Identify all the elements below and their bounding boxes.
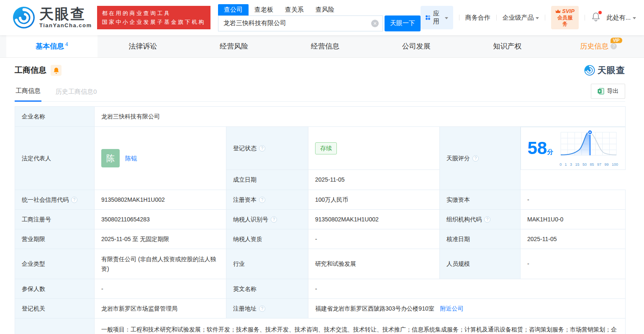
tab-history-info[interactable]: VIP 历史信息 ? [553, 35, 644, 57]
business-info-table: 企业名称 龙岩三快科技有限公司 法定代表人 陈 陈锟 登记状态? 存续 天眼评分… [15, 106, 626, 334]
tab-basic-info[interactable]: 基本信息 4 [6, 35, 97, 57]
notification-bell-button[interactable] [592, 12, 600, 23]
table-row: 企业类型 有限责任公司 (非自然人投资或控股的法人独资) 行业 研究和试验发展 … [15, 249, 626, 279]
export-button[interactable]: 导出 [591, 84, 625, 99]
brand-domain: TianYanCha.com [39, 22, 92, 28]
search-input[interactable] [218, 15, 383, 31]
tab-operating-risk[interactable]: 经营风险 [188, 35, 280, 57]
search-tab-relation[interactable]: 查关系 [279, 4, 310, 15]
table-row: 经营范围? 一般项目：工程和技术研究和试验发展；软件开发；技术服务、技术开发、技… [15, 319, 626, 334]
tianyancha-swirl-icon [584, 65, 595, 76]
search-tab-company[interactable]: 查公司 [218, 4, 249, 15]
tab-legal-proceedings-label: 法律诉讼 [129, 41, 157, 51]
insured-count-label: 参保人数 [15, 279, 95, 299]
reg-authority-value: 龙岩市新罗区市场监督管理局 [95, 299, 226, 319]
help-icon[interactable]: ? [259, 145, 265, 152]
subtab-business-info[interactable]: 工商信息 [15, 84, 41, 102]
score-unit: 分 [547, 148, 553, 155]
watermark-logo: 天眼查 [584, 64, 625, 76]
score-distribution-chart: 01 315 5085 9799 100 [559, 129, 618, 168]
nav-business-coop[interactable]: 商务合作 [465, 14, 490, 22]
search-tab-boss[interactable]: 查老板 [249, 4, 279, 15]
score-label-text: 天眼评分 [446, 155, 470, 162]
apps-label: 应用 [433, 10, 442, 26]
reg-capital-value: 100万人民币 [308, 190, 440, 210]
tab-operating-info[interactable]: 经营信息 [280, 35, 371, 57]
svip-label: SVIP [562, 8, 575, 15]
promo-line2: 国家中小企业发展子基金旗下机构 [102, 18, 206, 26]
reg-address-text: 福建省龙岩市新罗区西陂路303号办公楼910室 [315, 305, 434, 312]
company-name-label: 企业名称 [15, 107, 95, 127]
help-icon[interactable]: ? [71, 197, 77, 203]
nearby-companies-link[interactable]: 附近公司 [440, 305, 464, 312]
help-icon[interactable]: ? [259, 306, 265, 312]
help-icon[interactable]: ? [259, 197, 265, 203]
svip-member-button[interactable]: SVIP 会员服务 [551, 6, 579, 29]
tab-history-info-label: 历史信息 [580, 41, 608, 51]
help-icon[interactable]: ? [271, 216, 277, 223]
export-label: 导出 [607, 87, 619, 95]
tab-basic-info-label: 基本信息 [36, 41, 64, 51]
credit-code-label-text: 统一社会信用代码 [22, 196, 69, 203]
apps-button[interactable]: 应用 [421, 6, 453, 29]
user-menu[interactable]: 此处有... [607, 14, 636, 22]
tab-legal-proceedings[interactable]: 法律诉讼 [97, 35, 189, 57]
table-row: 营业期限 2025-11-05 至 无固定期限 纳税人资质 - 核准日期 202… [15, 229, 626, 249]
clear-icon[interactable]: ✕ [371, 20, 379, 27]
score-value: 58分 [521, 127, 626, 170]
staff-size-value: - [521, 249, 626, 279]
business-scope-value: 一般项目：工程和技术研究和试验发展；软件开发；技术服务、技术开发、技术咨询、技术… [95, 319, 626, 334]
subtab-history-business-info[interactable]: 历史工商信息0 [55, 85, 97, 101]
credit-code-label: 统一社会信用代码? [15, 190, 95, 210]
industry-value: 研究和试验发展 [308, 249, 440, 279]
org-code-value: MAK1H1U0-0 [521, 210, 626, 229]
reg-capital-label-text: 注册资本 [233, 196, 257, 203]
english-name-label: 英文名称 [226, 279, 308, 299]
status-badge: 存续 [315, 142, 337, 154]
industry-label: 行业 [226, 249, 308, 279]
nav-enterprise-products[interactable]: 企业级产品 [502, 14, 539, 22]
promo-badge: 都在用的商业查询工具 国家中小企业发展子基金旗下机构 [97, 6, 211, 30]
apps-grid-icon [426, 14, 430, 21]
excel-icon [598, 88, 604, 95]
tab-operating-risk-label: 经营风险 [220, 41, 248, 51]
company-tabbar: 基本信息 4 法律诉讼 经营风险 经营信息 公司发展 知识产权 VIP 历史信息… [0, 35, 644, 58]
table-row: 工商注册号 350802110654283 纳税人识别号? 91350802MA… [15, 210, 626, 229]
tab-intellectual-property-label: 知识产权 [493, 41, 521, 51]
avatar[interactable]: 陈 [101, 149, 120, 167]
monitor-bell-button[interactable] [51, 65, 62, 76]
taxpayer-id-label-text: 纳税人识别号 [233, 216, 268, 223]
business-scope-label: 经营范围? [15, 319, 95, 334]
english-name-value: - [308, 279, 626, 299]
establish-date-value: 2025-11-05 [308, 170, 440, 190]
reg-status-value: 存续 [308, 127, 440, 170]
section-title: 工商信息 [15, 65, 46, 76]
tab-company-development[interactable]: 公司发展 [371, 35, 462, 57]
crown-icon [555, 9, 561, 13]
legal-rep-link[interactable]: 陈锟 [125, 154, 137, 163]
header: 天眼查 TianYanCha.com 都在用的商业查询工具 国家中小企业发展子基… [0, 0, 644, 35]
watermark-text: 天眼查 [598, 64, 625, 76]
company-type-label: 企业类型 [15, 249, 95, 279]
tianyancha-logo[interactable]: 天眼查 TianYanCha.com [13, 6, 92, 29]
bell-icon [53, 67, 59, 74]
reg-status-label-text: 登记状态 [233, 145, 257, 152]
top-nav: 应用 商务合作 企业级产品 SVIP 会员服务 [421, 6, 636, 29]
table-row: 统一社会信用代码? 91350802MAK1H1U002 注册资本? 100万人… [15, 190, 626, 210]
table-row: 参保人数 - 英文名称 - [15, 279, 626, 299]
search-tab-risk[interactable]: 查风险 [310, 4, 340, 15]
search-button[interactable]: 天眼一下 [385, 15, 421, 31]
credit-code-value: 91350802MAK1H1U002 [95, 190, 226, 210]
svip-sublabel: 会员服务 [555, 15, 575, 27]
subtab-row: 工商信息 历史工商信息0 导出 [15, 84, 625, 102]
reg-number-value: 350802110654283 [95, 210, 226, 229]
tab-intellectual-property[interactable]: 知识产权 [462, 35, 553, 57]
vip-badge: VIP [611, 38, 622, 43]
tianyancha-swirl-icon [13, 6, 35, 29]
help-icon[interactable]: ? [472, 155, 479, 162]
legal-rep-label: 法定代表人 [15, 127, 95, 190]
table-row: 法定代表人 陈 陈锟 登记状态? 存续 天眼评分? 58分 [15, 127, 626, 170]
help-icon[interactable]: ? [611, 43, 617, 49]
help-icon[interactable]: ? [484, 216, 490, 223]
taxpayer-quality-label: 纳税人资质 [226, 229, 308, 249]
